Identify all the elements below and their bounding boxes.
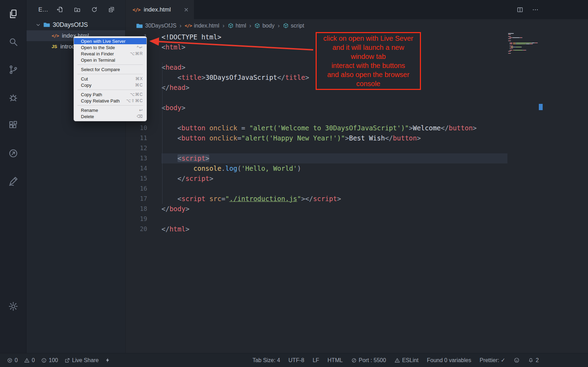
activity-live-share-circle-icon[interactable] (5, 145, 22, 162)
port-icon (351, 358, 357, 363)
menu-item-select-for-compare[interactable]: Select for Compare (74, 66, 146, 72)
menu-item-shortcut: ⌥⇧⌘C (126, 98, 143, 103)
line-number: 17 (126, 194, 147, 204)
menu-item-shortcut: ⌥⌘C (130, 92, 143, 97)
breadcrumb-item-30daysofjs[interactable]: 30DaysOfJS (136, 22, 176, 29)
activity-settings-gear-icon[interactable] (5, 298, 22, 315)
new-file-icon[interactable] (57, 6, 63, 13)
editor-right-rail (507, 32, 588, 353)
status-label: HTML (327, 357, 343, 364)
status-prettier[interactable]: Prettier: ✓ (480, 357, 505, 364)
annotation-line: click on open with Live Sever (318, 34, 419, 43)
menu-item-open-to-the-side[interactable]: Open to the Side^↵ (74, 44, 146, 51)
breadcrumb-item-index-html[interactable]: </>index.html (184, 23, 219, 29)
breadcrumb-item-html[interactable]: html (228, 23, 246, 29)
status-tab-size-4[interactable]: Tab Size: 4 (252, 357, 280, 364)
html-file-icon: </> (52, 33, 59, 38)
collapse-all-icon (108, 6, 115, 13)
line-number: 20 (126, 224, 147, 234)
split-editor-icon[interactable] (517, 6, 523, 13)
menu-item-cut[interactable]: Cut⌘X (74, 76, 146, 82)
status-html[interactable]: HTML (327, 357, 343, 364)
folder-icon (43, 21, 50, 28)
menu-item-delete[interactable]: Delete⌫ (74, 113, 146, 120)
line-number: 15 (126, 174, 147, 184)
status-found-0-variables[interactable]: Found 0 variables (427, 357, 471, 364)
status-label: 100 (49, 357, 58, 364)
activity-explorer-icon[interactable] (5, 6, 22, 22)
status-label: ESLint (402, 357, 419, 364)
status-bar: 00100Live Share Tab Size: 4UTF-8LFHTMLPo… (0, 353, 588, 367)
minimap[interactable] (508, 33, 540, 54)
folder-label: 30DaysOfJS (53, 21, 88, 29)
collapse-all-icon[interactable] (108, 6, 115, 13)
menu-item-reveal-in-finder[interactable]: Reveal in Finder⌥⌘R (74, 51, 146, 57)
line-number: 12 (126, 143, 147, 153)
line-number: 19 (126, 214, 147, 224)
menu-item-copy[interactable]: Copy⌘C (74, 82, 146, 88)
menu-item-open-with-live-server[interactable]: Open with Live Server (74, 38, 146, 44)
line-number: 11 (126, 133, 147, 143)
breadcrumb-label: 30DaysOfJS (145, 23, 176, 29)
status-lf[interactable]: LF (312, 357, 319, 364)
activity-search-icon[interactable] (5, 33, 22, 50)
symbol-icon (254, 23, 260, 29)
status-label: LF (312, 357, 319, 364)
breadcrumb-item-body[interactable]: body (254, 23, 274, 29)
status-label: 2 (536, 357, 539, 364)
js-file-icon: JS (52, 44, 57, 49)
activity-source-control-icon[interactable] (5, 61, 22, 78)
menu-item-copy-relative-path[interactable]: Copy Relative Path⌥⇧⌘C (74, 98, 146, 104)
warning-icon (394, 358, 400, 363)
status-eslint[interactable]: ESLint (394, 357, 419, 364)
status-smiley-icon[interactable] (514, 357, 520, 363)
status-lightning-icon[interactable] (105, 357, 110, 363)
menu-separator (77, 74, 143, 74)
breadcrumb-separator: › (278, 22, 280, 29)
menu-separator (77, 90, 143, 90)
menu-item-rename[interactable]: Rename↩ (74, 107, 146, 113)
context-menu: Open with Live ServerOpen to the Side^↵R… (74, 36, 147, 121)
symbol-icon (283, 23, 289, 29)
menu-item-label: Open in Terminal (81, 58, 115, 63)
status-0[interactable]: 0 (24, 357, 35, 364)
annotation-line: and also open the browser (318, 70, 419, 79)
tab-index-html[interactable]: </> index.html (126, 0, 194, 19)
refresh-icon[interactable] (91, 6, 98, 13)
folder-row-30daysofjs[interactable]: 30DaysOfJS (27, 19, 125, 30)
status-utf-8[interactable]: UTF-8 (288, 357, 304, 364)
status-label: 0 (32, 357, 35, 364)
activity-extensions-icon[interactable] (5, 117, 22, 134)
pen-tool-icon (8, 176, 18, 186)
status-100[interactable]: 100 (41, 357, 58, 364)
menu-item-copy-path[interactable]: Copy Path⌥⌘C (74, 91, 146, 98)
breadcrumb-item-script[interactable]: script (283, 23, 304, 29)
activity-bar-items (5, 6, 22, 201)
menu-item-label: Open to the Side (81, 45, 115, 50)
menu-item-label: Copy Path (81, 92, 102, 97)
activity-pen-tool-icon[interactable] (5, 173, 22, 190)
menu-item-open-in-terminal[interactable]: Open in Terminal (74, 57, 146, 63)
status-2[interactable]: 2 (528, 357, 539, 364)
menu-separator (77, 64, 143, 65)
warning-icon (24, 358, 30, 363)
refresh-icon (91, 6, 98, 13)
activity-bar (0, 0, 27, 353)
line-number: 14 (126, 163, 147, 174)
menu-item-label: Select for Compare (81, 67, 120, 72)
status-live-share[interactable]: Live Share (65, 357, 99, 364)
source-control-icon (8, 64, 18, 75)
status-0[interactable]: 0 (7, 357, 18, 364)
activity-run-debug-icon[interactable] (5, 89, 22, 106)
close-icon[interactable] (183, 7, 189, 13)
menu-item-label: Open with Live Server (81, 39, 126, 44)
error-icon (7, 358, 13, 363)
more-actions-icon[interactable] (532, 6, 539, 13)
extensions-icon (8, 120, 18, 131)
menu-item-shortcut: ⌫ (137, 114, 143, 119)
new-folder-icon[interactable] (74, 6, 81, 13)
breadcrumb: 30DaysOfJS›</>index.html›html›body›scrip… (126, 19, 588, 32)
code-icon: </> (184, 23, 191, 28)
breadcrumb-label: index.html (194, 23, 219, 29)
status-port-5500[interactable]: Port : 5500 (351, 357, 386, 364)
